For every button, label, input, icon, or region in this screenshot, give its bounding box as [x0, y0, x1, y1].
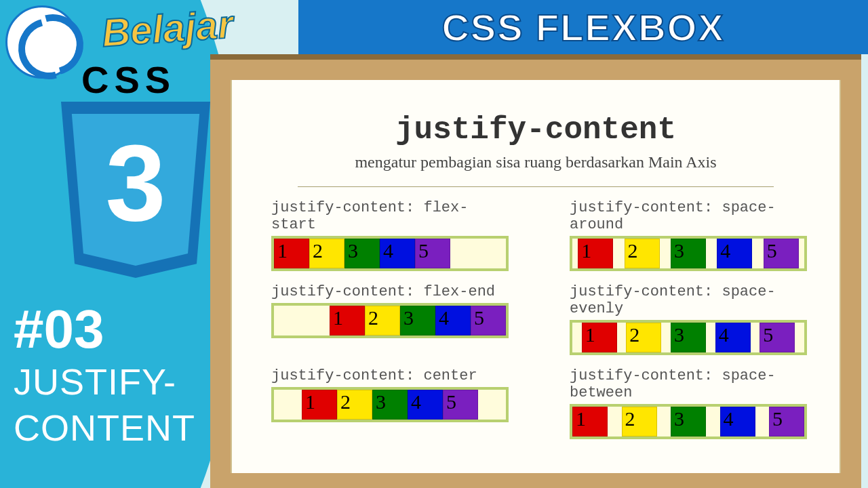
slide-title: justify-content: [259, 113, 812, 148]
flex-item: 1: [330, 306, 365, 336]
flex-item: 3: [671, 407, 706, 436]
flex-item: 5: [471, 306, 506, 336]
banner-title: CSS FLEXBOX: [441, 5, 724, 49]
slide-background: justify-content mengatur pembagian sisa …: [210, 54, 861, 488]
flex-item: 4: [435, 306, 471, 336]
slide-subtitle: mengatur pembagian sisa ruang berdasarka…: [259, 153, 812, 171]
flex-item: 1: [582, 323, 617, 352]
belajar-label: Belajar: [100, 1, 235, 55]
channel-logo: [5, 5, 79, 79]
example-block: justify-content: space-evenly12345: [570, 283, 807, 355]
flex-demo: 12345: [271, 236, 509, 271]
flex-item: 5: [769, 407, 804, 436]
example-label: justify-content: space-evenly: [570, 283, 807, 317]
flex-item: 4: [408, 390, 443, 420]
css3-shield-icon: 3: [51, 102, 220, 291]
css-label: CSS: [81, 58, 176, 102]
examples-grid: justify-content: flex-start12345justify-…: [259, 199, 812, 439]
example-label: justify-content: flex-end: [271, 283, 509, 300]
slide-paper: justify-content mengatur pembagian sisa …: [231, 80, 841, 473]
flex-demo: 12345: [570, 320, 807, 355]
flex-demo: 12345: [271, 303, 509, 338]
example-block: justify-content: space-around12345: [570, 199, 807, 271]
episode-title: JUSTIFY-CONTENT: [14, 359, 244, 451]
flex-item: 1: [572, 407, 608, 436]
flex-item: 3: [400, 306, 435, 336]
flex-item: 2: [626, 323, 661, 352]
flex-item: 2: [337, 390, 372, 420]
flex-item: 3: [372, 390, 408, 420]
top-banner: CSS FLEXBOX: [298, 0, 868, 54]
flex-item: 2: [622, 407, 657, 436]
flex-item: 5: [415, 239, 450, 268]
example-label: justify-content: space-between: [570, 367, 807, 401]
flex-item: 2: [309, 239, 344, 268]
divider: [298, 186, 774, 187]
flex-item: 3: [671, 239, 706, 268]
flex-item: 5: [760, 323, 795, 352]
example-block: justify-content: flex-start12345: [271, 199, 509, 271]
flex-item: 1: [578, 239, 613, 268]
example-label: justify-content: space-around: [570, 199, 807, 233]
flex-item: 4: [720, 407, 755, 436]
flex-demo: 12345: [570, 404, 807, 439]
example-block: justify-content: flex-end12345: [271, 283, 509, 355]
example-block: justify-content: center12345: [271, 367, 509, 439]
flex-demo: 12345: [271, 387, 509, 422]
flex-item: 1: [274, 239, 309, 268]
example-block: justify-content: space-between12345: [570, 367, 807, 439]
flex-item: 4: [380, 239, 415, 268]
flex-item: 3: [344, 239, 380, 268]
flex-item: 5: [764, 239, 799, 268]
flex-item: 3: [671, 323, 706, 352]
example-label: justify-content: center: [271, 367, 509, 384]
flex-item: 5: [443, 390, 478, 420]
flex-item: 1: [302, 390, 337, 420]
flex-item: 4: [717, 239, 752, 268]
swirl-icon: [18, 18, 66, 66]
shield-number: 3: [51, 129, 220, 237]
flex-item: 2: [365, 306, 400, 336]
flex-demo: 12345: [570, 236, 807, 271]
flex-item: 2: [625, 239, 660, 268]
example-label: justify-content: flex-start: [271, 199, 509, 233]
episode-number: #03: [14, 298, 104, 361]
flex-item: 4: [715, 323, 751, 352]
